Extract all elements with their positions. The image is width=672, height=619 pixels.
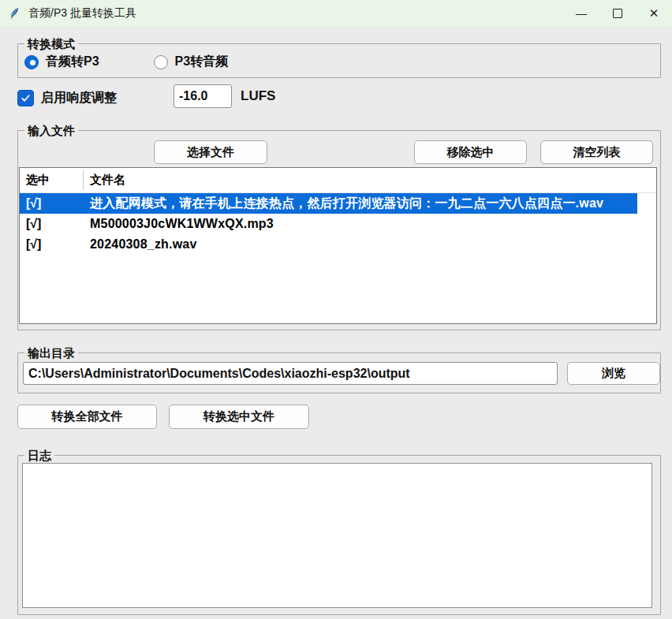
mode-groupbox-label: 转换模式 [24, 36, 78, 51]
file-table-header: 选中 文件名 [20, 168, 656, 193]
convert-all-button[interactable]: 转换全部文件 [17, 405, 157, 429]
loudness-checkbox-label: 启用响度调整 [41, 90, 117, 106]
row-check-cell: [√] [26, 237, 41, 252]
browse-button[interactable]: 浏览 [567, 362, 660, 385]
lufs-unit-label: LUFS [241, 88, 275, 104]
close-button[interactable]: ✕ [636, 0, 672, 26]
log-groupbox: 日志 [17, 455, 661, 615]
close-icon: ✕ [649, 6, 659, 21]
row-check-cell: [√] [26, 196, 41, 211]
titlebar: 音频/P3 批量转换工具 — ✕ [0, 0, 672, 26]
column-separator [83, 170, 84, 190]
row-check-cell: [√] [26, 217, 41, 231]
select-files-button[interactable]: 选择文件 [154, 140, 267, 164]
convert-selected-button-label: 转换选中文件 [203, 409, 274, 424]
output-path-input[interactable] [23, 362, 558, 385]
log-groupbox-label: 日志 [24, 448, 54, 463]
radio-audio-to-p3[interactable]: 音频转P3 [24, 54, 99, 70]
loudness-row: 启用响度调整 [17, 86, 117, 110]
check-icon [21, 93, 31, 103]
clear-list-button-label: 清空列表 [573, 145, 621, 160]
remove-selected-button[interactable]: 移除选中 [414, 140, 527, 164]
radio-p3-to-audio-label: P3转音频 [175, 54, 229, 70]
python-feather-icon [9, 7, 21, 20]
convert-all-button-label: 转换全部文件 [52, 409, 123, 424]
loudness-checkbox[interactable] [17, 90, 34, 106]
mode-groupbox: 转换模式 音频转P3 P3转音频 [17, 43, 661, 78]
input-files-groupbox-label: 输入文件 [24, 123, 78, 138]
input-files-groupbox: 输入文件 选择文件 移除选中 清空列表 选中 文件名 [√] 进入配网模式，请在… [17, 130, 661, 330]
row-filename-cell: 进入配网模式，请在手机上连接热点，然后打开浏览器访问：一九二点一六八点四点一.w… [90, 196, 603, 212]
header-filename-column[interactable]: 文件名 [90, 168, 125, 192]
radio-unselected-icon [154, 55, 168, 69]
output-dir-groupbox-label: 输出目录 [24, 345, 78, 360]
file-table: 选中 文件名 [√] 进入配网模式，请在手机上连接热点，然后打开浏览器访问：一九… [19, 167, 657, 324]
header-checked-column[interactable]: 选中 [26, 168, 77, 192]
browse-button-label: 浏览 [602, 366, 625, 381]
window-title: 音频/P3 批量转换工具 [28, 6, 136, 21]
output-dir-groupbox: 输出目录 浏览 [17, 352, 661, 393]
minimize-icon: — [576, 7, 587, 20]
remove-selected-button-label: 移除选中 [447, 145, 495, 160]
table-row[interactable]: [√] 20240308_zh.wav [20, 234, 656, 255]
row-filename-cell: M500003J0cWK1WWxQX.mp3 [90, 217, 274, 231]
lufs-input[interactable] [174, 84, 232, 108]
maximize-icon [613, 9, 622, 18]
maximize-button[interactable] [599, 0, 636, 26]
convert-selected-button[interactable]: 转换选中文件 [169, 405, 309, 429]
select-files-button-label: 选择文件 [187, 145, 234, 160]
radio-p3-to-audio[interactable]: P3转音频 [154, 54, 229, 70]
clear-list-button[interactable]: 清空列表 [540, 140, 653, 164]
table-row[interactable]: [√] M500003J0cWK1WWxQX.mp3 [20, 214, 656, 234]
row-filename-cell: 20240308_zh.wav [90, 237, 197, 252]
minimize-button[interactable]: — [563, 0, 599, 26]
table-row[interactable]: [√] 进入配网模式，请在手机上连接热点，然后打开浏览器访问：一九二点一六八点四… [20, 193, 637, 214]
radio-audio-to-p3-label: 音频转P3 [46, 54, 99, 70]
log-textarea[interactable] [22, 463, 652, 608]
radio-selected-icon [24, 55, 39, 69]
